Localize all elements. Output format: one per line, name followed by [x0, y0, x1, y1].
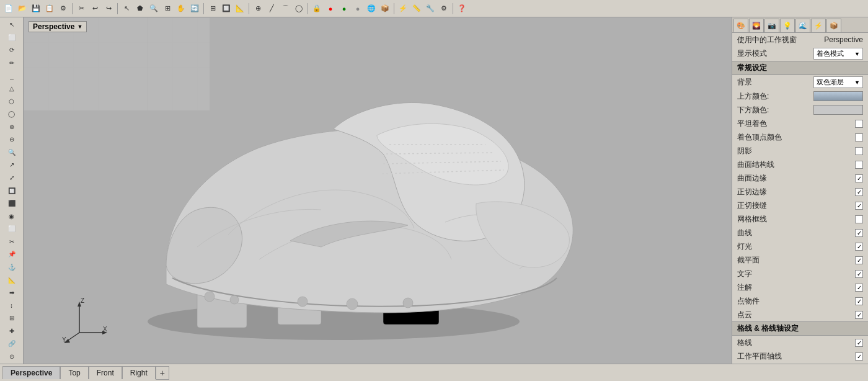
tool2-icon[interactable]: ⚙	[438, 2, 450, 15]
color3-icon[interactable]: ●	[352, 2, 364, 15]
tool-rotate-view[interactable]: ⟳	[3, 44, 20, 56]
checkbox-10[interactable]	[855, 256, 863, 264]
help-icon[interactable]: ❓	[456, 2, 468, 15]
checkbox-3[interactable]	[855, 161, 863, 169]
new-icon[interactable]: 📄	[2, 2, 15, 15]
tool-plane[interactable]: ⬜	[3, 223, 20, 235]
rp-tab-scene[interactable]: 🌄	[749, 19, 764, 32]
color1-icon[interactable]: ●	[324, 2, 337, 15]
tool-subtract[interactable]: ⊖	[3, 133, 20, 146]
tool-angle[interactable]: 📐	[3, 274, 20, 286]
viewport-label[interactable]: Perspective ▼	[29, 21, 87, 32]
zoom-icon[interactable]: 🔍	[148, 2, 160, 15]
checkbox-9[interactable]	[855, 243, 863, 251]
rp-tab-display[interactable]: 🎨	[733, 19, 748, 32]
tool-cut[interactable]: ✂	[3, 236, 20, 248]
checkbox-2[interactable]	[855, 147, 863, 155]
checkbox-4[interactable]	[855, 174, 863, 182]
tool-window-select[interactable]: ⬜	[3, 32, 20, 44]
zoom-window-icon[interactable]: ⊞	[161, 2, 174, 15]
lasso-icon[interactable]: ⬟	[134, 2, 146, 15]
bottom-tab-top[interactable]: Top	[60, 366, 88, 379]
bottom-tab-front[interactable]: Front	[89, 366, 122, 379]
properties-icon[interactable]: ⚙	[57, 2, 69, 15]
globe-icon[interactable]: 🌐	[365, 2, 378, 15]
active-viewport-value: Perspective	[824, 35, 863, 44]
tool-surface[interactable]: ⬡	[3, 95, 20, 107]
checkbox-14[interactable]	[855, 311, 863, 319]
pan-icon[interactable]: ✋	[175, 2, 187, 15]
grid-icon[interactable]: ⊞	[206, 2, 219, 15]
viewport[interactable]: Perspective ▼	[24, 17, 732, 364]
snap2-icon[interactable]: ⚡	[397, 2, 409, 15]
tool-move[interactable]: ↗	[3, 159, 20, 171]
rp-tab-render[interactable]: ⚡	[811, 19, 826, 32]
tool-arrow[interactable]: ➡	[3, 287, 20, 299]
add-tab-button[interactable]: +	[156, 366, 169, 380]
tool-sphere[interactable]: ◉	[3, 210, 20, 222]
redo-icon[interactable]: ↪	[102, 2, 115, 15]
rp-tab-material[interactable]: 📦	[826, 19, 841, 32]
tool-pin[interactable]: 📌	[3, 248, 20, 261]
curve-icon[interactable]: ⌒	[279, 2, 291, 15]
circle-icon[interactable]: ◯	[293, 2, 305, 15]
rp-tab-env[interactable]: 🌊	[795, 19, 810, 32]
rp-tab-lights[interactable]: 💡	[780, 19, 795, 32]
active-viewport-label: 使用中的工作视窗	[737, 35, 824, 45]
tool-select[interactable]: ↖	[3, 19, 20, 31]
grid-checkbox-1[interactable]	[855, 352, 863, 361]
ortho-icon[interactable]: 📐	[234, 2, 246, 15]
tool-grid2[interactable]: ⊞	[3, 312, 20, 325]
checkbox-row-12: 注解	[732, 280, 868, 294]
checkbox-12[interactable]	[855, 284, 863, 292]
bottom-tab-right[interactable]: Right	[122, 366, 156, 379]
tool-polygon[interactable]: △	[3, 83, 20, 95]
tool-target[interactable]: ⊙	[3, 351, 20, 363]
cut-icon[interactable]: ✂	[75, 2, 87, 15]
tool-box[interactable]: 🔲	[3, 184, 20, 197]
checkbox-13[interactable]	[855, 297, 863, 305]
save-small-icon[interactable]: 📋	[43, 2, 56, 15]
tool-zoom[interactable]: 🔍	[3, 146, 20, 159]
bottom-tab-perspective[interactable]: Perspective	[2, 366, 60, 379]
tool-circle[interactable]: ◯	[3, 108, 20, 120]
background-dropdown[interactable]: 双色渐层 ▼	[813, 76, 863, 88]
rp-tab-camera[interactable]: 📷	[764, 19, 779, 32]
rotate-icon[interactable]: 🔄	[188, 2, 201, 15]
tool-plus[interactable]: ✚	[3, 325, 20, 338]
checkbox-11[interactable]	[855, 270, 863, 278]
display-mode-dropdown[interactable]: 着色模式 ▼	[813, 48, 863, 60]
tool-draw-line[interactable]: ⎯	[3, 69, 20, 82]
checkbox-5[interactable]	[855, 188, 863, 196]
line-icon[interactable]: ╱	[265, 2, 278, 15]
tool-anchor[interactable]: ⚓	[3, 261, 20, 274]
tool1-icon[interactable]: 🔧	[424, 2, 436, 15]
tool-draw-curve[interactable]: ✏	[3, 57, 20, 69]
checkbox-7[interactable]	[855, 215, 863, 223]
checkbox-0[interactable]	[855, 120, 863, 128]
select-icon[interactable]: ↖	[120, 2, 133, 15]
save-icon[interactable]: 💾	[30, 2, 42, 15]
snap-icon[interactable]: 🔲	[220, 2, 232, 15]
checkbox-1[interactable]	[855, 133, 863, 141]
tool-scale[interactable]: ⤢	[3, 172, 20, 184]
upper-color-swatch[interactable]	[813, 91, 863, 101]
color2-icon[interactable]: ●	[338, 2, 350, 15]
undo-icon[interactable]: ↩	[89, 2, 101, 15]
open-icon[interactable]: 📂	[16, 2, 29, 15]
box-icon[interactable]: 📦	[379, 2, 391, 15]
point-icon[interactable]: ⊕	[252, 2, 264, 15]
tool-link[interactable]: 🔗	[3, 338, 20, 350]
sep5	[308, 3, 308, 14]
tool-flip[interactable]: ↕	[3, 299, 20, 312]
measure-icon[interactable]: 📏	[410, 2, 423, 15]
tool-add[interactable]: ⊕	[3, 121, 20, 133]
lock-icon[interactable]: 🔒	[311, 2, 323, 15]
checkbox-6[interactable]	[855, 202, 863, 210]
checkbox-label-3: 曲面结构线	[737, 159, 855, 170]
checkbox-8[interactable]	[855, 229, 863, 237]
lower-color-swatch[interactable]	[813, 105, 863, 115]
grid-checkbox-0[interactable]	[855, 339, 863, 347]
checkbox-label-12: 注解	[737, 282, 855, 293]
tool-rect[interactable]: ⬛	[3, 197, 20, 210]
